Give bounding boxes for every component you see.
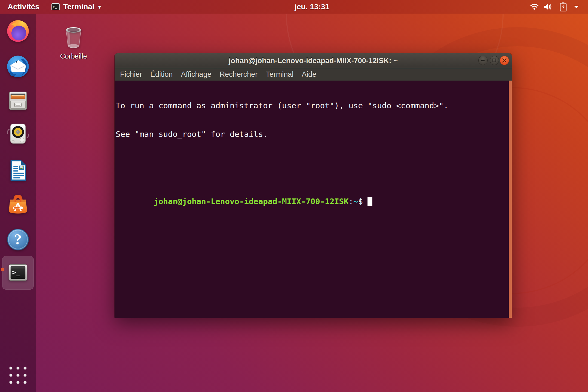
terminal-output-line: See "man sudo_root" for details. bbox=[116, 129, 509, 139]
window-title: johan@johan-Lenovo-ideapad-MIIX-700-12IS… bbox=[115, 53, 512, 68]
dock-item-help[interactable]: ? bbox=[5, 227, 30, 252]
battery-charging-icon[interactable] bbox=[560, 0, 567, 14]
terminal-window: johan@johan-Lenovo-ideapad-MIIX-700-12IS… bbox=[115, 53, 512, 318]
rhythmbox-icon bbox=[6, 122, 30, 146]
maximize-button[interactable] bbox=[490, 56, 499, 65]
app-grid-icon bbox=[9, 366, 27, 384]
svg-text:>_: >_ bbox=[12, 268, 20, 276]
prompt-symbol: $ bbox=[358, 197, 363, 206]
show-apps-button[interactable] bbox=[9, 366, 27, 385]
menu-affichage[interactable]: Affichage bbox=[177, 68, 216, 81]
trash-label: Corbeille bbox=[60, 52, 87, 60]
terminal-content[interactable]: To run a command as administrator (user … bbox=[115, 81, 509, 318]
dock: A ? bbox=[0, 14, 36, 392]
desktop[interactable]: Activités >_ Terminal ▾ jeu. 13:31 bbox=[0, 0, 588, 392]
dock-item-terminal[interactable]: >_ bbox=[5, 260, 30, 285]
firefox-icon bbox=[6, 19, 30, 43]
svg-text:?: ? bbox=[14, 231, 22, 247]
prompt-path: ~ bbox=[353, 197, 358, 206]
files-icon bbox=[6, 88, 30, 112]
dock-item-libreoffice-writer[interactable] bbox=[5, 158, 30, 183]
window-menubar: Fichier Édition Affichage Rechercher Ter… bbox=[115, 68, 512, 81]
running-indicator-dot bbox=[1, 268, 4, 271]
clock[interactable]: jeu. 13:31 bbox=[289, 0, 335, 14]
ubuntu-software-icon: A bbox=[6, 192, 30, 216]
menu-fichier[interactable]: Fichier bbox=[116, 68, 146, 81]
dock-item-rhythmbox[interactable] bbox=[5, 121, 30, 146]
libreoffice-writer-icon bbox=[6, 158, 30, 182]
activities-button[interactable]: Activités bbox=[8, 0, 39, 14]
terminal-scrollbar[interactable] bbox=[509, 81, 512, 318]
svg-text:>_: >_ bbox=[53, 5, 57, 9]
minimize-button[interactable] bbox=[478, 56, 488, 65]
menu-rechercher[interactable]: Rechercher bbox=[216, 68, 262, 81]
dock-item-thunderbird[interactable] bbox=[5, 54, 30, 79]
top-bar: Activités >_ Terminal ▾ jeu. 13:31 bbox=[0, 0, 588, 14]
dock-item-firefox[interactable] bbox=[5, 19, 30, 44]
volume-icon[interactable] bbox=[543, 0, 553, 14]
dock-item-ubuntu-software[interactable]: A bbox=[5, 192, 30, 217]
prompt-separator: : bbox=[349, 197, 353, 206]
terminal-prompt-line: johan@johan-Lenovo-ideapad-MIIX-700-12IS… bbox=[116, 186, 509, 197]
terminal-output-line: To run a command as administrator (user … bbox=[116, 101, 509, 111]
terminal-output-line bbox=[116, 158, 509, 168]
app-menu-label: Terminal bbox=[63, 0, 94, 14]
trash-desktop-icon[interactable]: Corbeille bbox=[54, 24, 93, 60]
wifi-icon[interactable] bbox=[530, 0, 538, 14]
window-titlebar[interactable]: johan@johan-Lenovo-ideapad-MIIX-700-12IS… bbox=[115, 53, 512, 68]
thunderbird-icon bbox=[6, 54, 30, 78]
help-icon: ? bbox=[6, 228, 30, 252]
trash-icon bbox=[63, 24, 84, 51]
terminal-cursor bbox=[367, 197, 372, 206]
menu-aide[interactable]: Aide bbox=[298, 68, 320, 81]
chevron-down-icon: ▾ bbox=[98, 0, 101, 14]
app-menu-button[interactable]: >_ Terminal ▾ bbox=[51, 0, 101, 14]
close-button[interactable] bbox=[500, 56, 509, 65]
menu-edition[interactable]: Édition bbox=[146, 68, 177, 81]
terminal-icon: >_ bbox=[6, 261, 30, 284]
terminal-icon: >_ bbox=[51, 2, 60, 11]
dock-item-files[interactable] bbox=[5, 88, 30, 113]
prompt-user-host: johan@johan-Lenovo-ideapad-MIIX-700-12IS… bbox=[154, 197, 349, 206]
menu-terminal[interactable]: Terminal bbox=[262, 68, 298, 81]
chevron-down-icon[interactable] bbox=[573, 0, 579, 14]
